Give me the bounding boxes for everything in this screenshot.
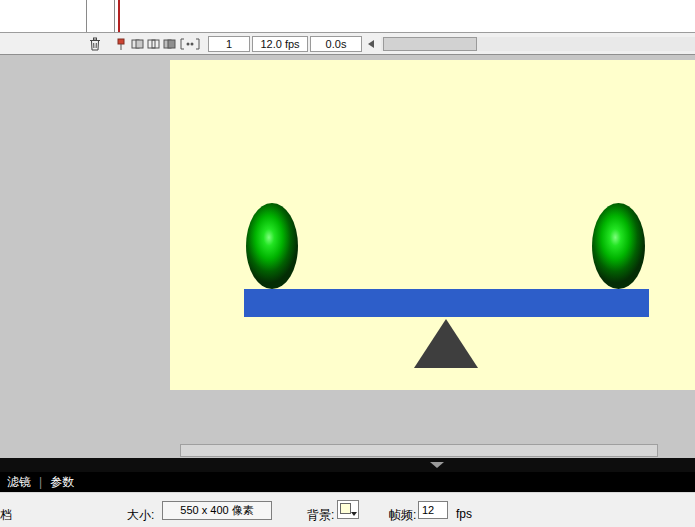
playhead-line[interactable] [118,0,120,32]
seesaw-plank[interactable] [244,289,649,317]
collapse-arrow-icon[interactable] [430,462,444,468]
seesaw-fulcrum-triangle[interactable] [414,319,478,368]
scroll-left-icon[interactable] [368,40,374,48]
layer-panel-divider [86,0,87,32]
modify-onion-markers-icon[interactable] [179,37,201,51]
elapsed-time-field: 0.0s [310,36,362,52]
timeline-frames-area[interactable] [0,0,695,33]
frame-column-divider [114,0,115,32]
green-ball-left[interactable] [246,203,298,289]
timeline-hscrollbar[interactable] [381,37,695,51]
property-panel-tab-bar: 滤镜 | 参数 [0,472,695,492]
stage-canvas[interactable] [170,60,695,390]
current-frame-field: 1 [208,36,250,52]
tab-filters[interactable]: 滤镜 [7,474,31,491]
stage-size-button[interactable]: 550 x 400 像素 [162,501,272,520]
chevron-down-icon [351,512,357,516]
onion-skin-icon[interactable] [130,37,144,51]
fps-unit-label: fps [456,507,472,521]
frame-rate-field[interactable]: 12.0 fps [252,36,308,52]
flash-authoring-window: 1 12.0 fps 0.0s 滤镜 | 参数 文档 大小: 550 x 400… [0,0,695,527]
tab-divider: | [39,475,42,489]
timeline-hscrollbar-thumb[interactable] [383,37,477,51]
workspace-hscrollbar[interactable] [0,444,695,457]
onion-skin-outlines-icon[interactable] [146,37,160,51]
background-color-swatch [340,503,351,514]
center-frame-icon[interactable] [116,37,126,51]
background-label: 背景: [307,507,334,524]
document-properties-bar: 文档 大小: 550 x 400 像素 背景: 帧频: fps [0,492,695,527]
timeline-status-bar: 1 12.0 fps 0.0s [0,33,695,55]
panel-collapse-bar[interactable] [0,458,695,472]
tab-parameters[interactable]: 参数 [50,474,74,491]
background-color-picker[interactable] [337,500,359,519]
edit-multiple-frames-icon[interactable] [162,37,176,51]
document-label: 文档 [0,507,12,524]
trash-icon[interactable] [88,37,101,51]
framerate-label: 帧频: [389,507,416,524]
workspace-hscrollbar-thumb[interactable] [180,444,658,457]
framerate-input[interactable] [418,501,448,519]
stage-workspace [0,55,695,458]
green-ball-right[interactable] [592,203,645,289]
size-label: 大小: [127,507,154,524]
